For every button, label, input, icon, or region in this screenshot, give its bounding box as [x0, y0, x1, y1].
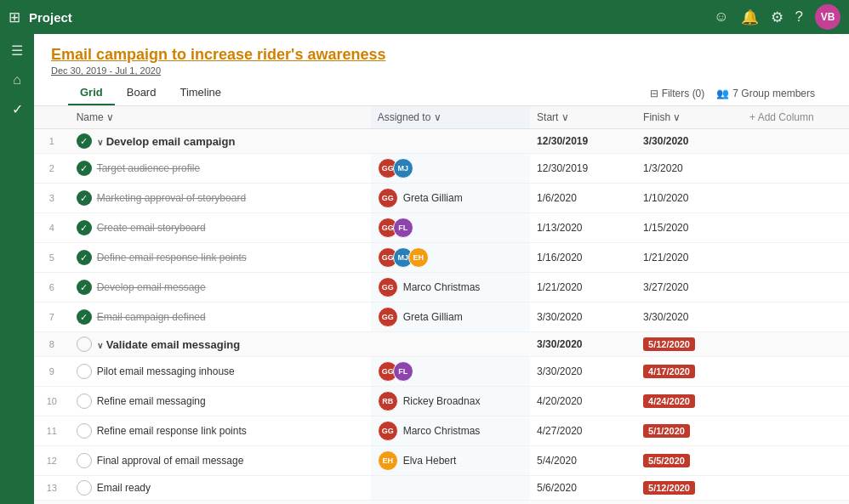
table-row: 12 Final approval of email message EHElv…	[34, 446, 849, 476]
check-empty-icon[interactable]	[77, 394, 92, 409]
sidebar-home-icon[interactable]: ⌂	[13, 72, 21, 88]
table-row: 2 ✓ Target audience profile GGMJ12/30/20…	[34, 154, 849, 184]
task-name[interactable]: Develop email message	[97, 281, 206, 293]
assigned-cell[interactable]	[371, 129, 530, 154]
task-name-cell[interactable]: Refine email response link points	[70, 416, 371, 446]
task-name[interactable]: Refine email response link points	[97, 425, 247, 437]
col-assigned[interactable]: Assigned to ∨	[371, 106, 530, 129]
user-avatar[interactable]: VB	[815, 4, 840, 30]
check-done-icon[interactable]: ✓	[77, 250, 92, 265]
table-row: 4 ✓ Create email storyboard GGFL1/13/202…	[34, 213, 849, 243]
check-done-icon[interactable]: ✓	[77, 161, 92, 176]
row-num: 12	[34, 446, 70, 476]
task-name-cell[interactable]: Email ready	[70, 476, 371, 501]
task-name-cell[interactable]: ✓ Develop email message	[70, 273, 371, 303]
row-num: 9	[34, 357, 70, 387]
overdue-date: 4/24/2020	[643, 394, 695, 408]
task-name[interactable]: Target audience profile	[97, 162, 200, 174]
members-icon: 👥	[716, 88, 729, 99]
assigned-cell[interactable]: GGFL	[371, 213, 530, 243]
assigned-cell[interactable]	[371, 501, 530, 505]
task-name-cell[interactable]: ✓ ∨Develop email campaign	[70, 129, 371, 154]
task-name-cell[interactable]: ✓ Email campaign defined	[70, 303, 371, 332]
avatar: GG	[378, 421, 398, 441]
avatar: FL	[393, 218, 413, 238]
main-content: Email campaign to increase rider's aware…	[34, 34, 849, 504]
start-cell: 5/6/2020	[530, 476, 636, 501]
check-done-icon[interactable]: ✓	[77, 280, 92, 295]
task-name[interactable]: Create email storyboard	[97, 222, 206, 234]
help-icon[interactable]: ?	[795, 8, 803, 25]
col-start[interactable]: Start ∨	[530, 106, 636, 129]
task-name[interactable]: Email campaign defined	[97, 311, 206, 323]
gear-icon[interactable]: ⚙	[771, 8, 783, 26]
task-name[interactable]: Marketing approval of storyboard	[97, 192, 246, 204]
finish-cell: 1/21/2020	[636, 243, 743, 273]
assigned-cell[interactable]: GGGreta Gilliam	[371, 184, 530, 213]
task-name-cell[interactable]: ∨Run email campaign	[70, 501, 371, 505]
check-empty-icon[interactable]	[77, 423, 92, 439]
col-add[interactable]: + Add Column	[743, 106, 849, 129]
project-dates[interactable]: Dec 30, 2019 - Jul 1, 2020	[51, 65, 832, 76]
sidebar-menu-icon[interactable]: ☰	[11, 42, 23, 59]
col-name[interactable]: Name ∨	[70, 106, 371, 129]
assigned-cell[interactable]: GGMJEH	[371, 243, 530, 273]
task-name[interactable]: Define email response link points	[97, 252, 247, 263]
check-done-icon[interactable]: ✓	[77, 309, 92, 325]
check-empty-icon[interactable]	[77, 480, 92, 496]
tab-grid[interactable]: Grid	[68, 81, 115, 105]
task-name[interactable]: Refine email messaging	[97, 395, 206, 407]
assignee-name: Greta Gilliam	[403, 192, 463, 204]
task-name-cell[interactable]: ✓ Target audience profile	[70, 154, 371, 184]
task-name[interactable]: Final approval of email message	[97, 455, 244, 467]
task-name-cell[interactable]: ✓ Create email storyboard	[70, 213, 371, 243]
task-name[interactable]: Pilot email messaging inhouse	[97, 365, 235, 377]
avatar: EH	[408, 247, 429, 268]
app-title: Project	[29, 10, 72, 25]
table-header: Name ∨ Assigned to ∨ Start ∨ Finish ∨ + …	[34, 106, 849, 129]
add-col-cell	[743, 332, 849, 357]
bell-icon[interactable]: 🔔	[741, 8, 759, 26]
col-finish[interactable]: Finish ∨	[636, 106, 743, 129]
finish-cell: 5/12/2020	[636, 476, 743, 501]
tab-timeline[interactable]: Timeline	[168, 81, 233, 105]
sidebar-check-icon[interactable]: ✓	[12, 101, 23, 117]
task-name-cell[interactable]: Pilot email messaging inhouse	[70, 357, 371, 387]
task-name-cell[interactable]: ✓ Marketing approval of storyboard	[70, 184, 371, 213]
group-members-button[interactable]: 👥 7 Group members	[716, 88, 815, 99]
filter-button[interactable]: ⊟ Filters (0)	[650, 88, 705, 99]
emoji-icon[interactable]: ☺	[714, 8, 728, 25]
task-name-cell[interactable]: ✓ Define email response link points	[70, 243, 371, 273]
main-layout: ☰ ⌂ ✓ Email campaign to increase rider's…	[0, 34, 849, 504]
check-done-icon[interactable]: ✓	[77, 220, 92, 235]
check-empty-icon[interactable]	[77, 364, 92, 379]
assigned-cell[interactable]: GGFL	[371, 357, 530, 387]
check-done-icon[interactable]: ✓	[77, 190, 92, 206]
assigned-cell[interactable]: GGMarco Christmas	[371, 273, 530, 303]
assigned-cell[interactable]: GGMarco Christmas	[371, 416, 530, 446]
avatar: FL	[393, 361, 413, 382]
task-name-cell[interactable]: Final approval of email message	[70, 446, 371, 476]
task-name-cell[interactable]: ∨Validate email messaging	[70, 332, 371, 357]
assigned-cell[interactable]	[371, 332, 530, 357]
assignee-name: Marco Christmas	[403, 281, 481, 293]
check-done-icon[interactable]: ✓	[77, 133, 92, 149]
toolbar-right: ⊟ Filters (0) 👥 7 Group members	[650, 88, 815, 99]
assigned-cell[interactable]: GGGreta Gilliam	[371, 303, 530, 332]
check-empty-icon[interactable]	[77, 337, 92, 352]
apps-icon[interactable]: ⊞	[9, 8, 20, 26]
task-name[interactable]: Email ready	[97, 482, 151, 494]
task-name-cell[interactable]: Refine email messaging	[70, 387, 371, 416]
assigned-cell[interactable]	[371, 476, 530, 501]
row-num: 4	[34, 213, 70, 243]
overdue-date: 5/5/2020	[643, 454, 690, 467]
row-num: 2	[34, 154, 70, 184]
project-title[interactable]: Email campaign to increase rider's aware…	[51, 46, 385, 64]
table-row: 13 Email ready 5/6/20205/12/2020	[34, 476, 849, 501]
tab-board[interactable]: Board	[115, 81, 168, 105]
check-empty-icon[interactable]	[77, 453, 92, 468]
assigned-cell[interactable]: EHElva Hebert	[371, 446, 530, 476]
assigned-cell[interactable]: RBRickey Broadnax	[371, 387, 530, 416]
add-col-cell	[743, 154, 849, 184]
assigned-cell[interactable]: GGMJ	[371, 154, 530, 184]
